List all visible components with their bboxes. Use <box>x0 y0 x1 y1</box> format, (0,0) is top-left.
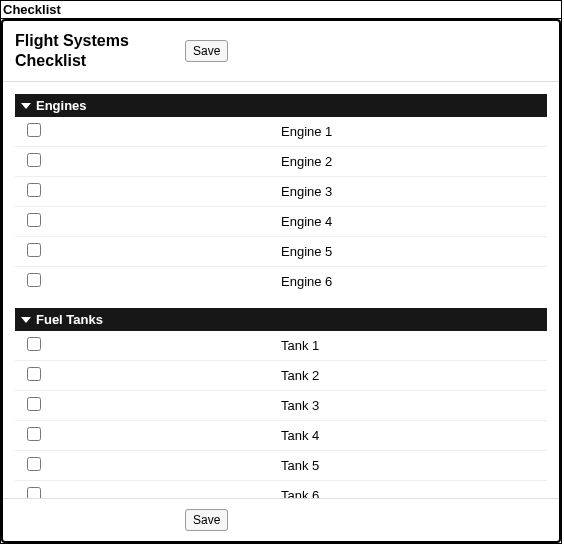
checkbox-engine-2[interactable] <box>27 153 41 167</box>
checkbox-engine-3[interactable] <box>27 183 41 197</box>
save-button-top[interactable]: Save <box>185 40 228 62</box>
item-label: Engine 2 <box>281 154 539 169</box>
checkbox-tank-6[interactable] <box>27 487 41 498</box>
save-button-bottom[interactable]: Save <box>185 509 228 531</box>
item-label: Tank 2 <box>281 368 539 383</box>
page-title: Flight Systems Checklist <box>15 31 185 71</box>
list-item: Engine 2 <box>15 147 547 177</box>
checkbox-engine-4[interactable] <box>27 213 41 227</box>
list-item: Engine 4 <box>15 207 547 237</box>
footer-spacer <box>15 509 185 531</box>
item-label: Engine 1 <box>281 124 539 139</box>
list-item: Tank 6 <box>15 481 547 498</box>
checkbox-tank-3[interactable] <box>27 397 41 411</box>
list-item: Tank 1 <box>15 331 547 361</box>
section-header-fuel-tanks[interactable]: Fuel Tanks <box>15 308 547 331</box>
item-label: Tank 3 <box>281 398 539 413</box>
window-content: Flight Systems Checklist Save Engines En… <box>1 19 561 543</box>
item-label: Tank 4 <box>281 428 539 443</box>
item-label: Engine 5 <box>281 244 539 259</box>
chevron-down-icon <box>21 317 31 323</box>
checkbox-engine-6[interactable] <box>27 273 41 287</box>
section-title: Engines <box>36 98 87 113</box>
checkbox-tank-2[interactable] <box>27 367 41 381</box>
footer-row: Save <box>3 498 559 541</box>
item-label: Tank 5 <box>281 458 539 473</box>
checkbox-tank-1[interactable] <box>27 337 41 351</box>
section-header-engines[interactable]: Engines <box>15 94 547 117</box>
section-title: Fuel Tanks <box>36 312 103 327</box>
checkbox-engine-5[interactable] <box>27 243 41 257</box>
list-item: Engine 3 <box>15 177 547 207</box>
sections-container: Engines Engine 1 Engine 2 Engine 3 Engin… <box>3 82 559 498</box>
list-item: Engine 6 <box>15 267 547 296</box>
list-item: Engine 5 <box>15 237 547 267</box>
checkbox-engine-1[interactable] <box>27 123 41 137</box>
item-label: Tank 6 <box>281 488 539 498</box>
header-row: Flight Systems Checklist Save <box>3 21 559 82</box>
chevron-down-icon <box>21 103 31 109</box>
item-label: Engine 3 <box>281 184 539 199</box>
list-item: Tank 3 <box>15 391 547 421</box>
section-engines: Engines Engine 1 Engine 2 Engine 3 Engin… <box>15 94 547 296</box>
list-item: Engine 1 <box>15 117 547 147</box>
item-label: Engine 4 <box>281 214 539 229</box>
list-item: Tank 2 <box>15 361 547 391</box>
item-label: Engine 6 <box>281 274 539 289</box>
checkbox-tank-5[interactable] <box>27 457 41 471</box>
window-title: Checklist <box>1 1 561 19</box>
item-label: Tank 1 <box>281 338 539 353</box>
checklist-window: Checklist Flight Systems Checklist Save … <box>0 0 562 544</box>
section-fuel-tanks: Fuel Tanks Tank 1 Tank 2 Tank 3 Tank 4 <box>15 308 547 498</box>
list-item: Tank 5 <box>15 451 547 481</box>
list-item: Tank 4 <box>15 421 547 451</box>
checkbox-tank-4[interactable] <box>27 427 41 441</box>
